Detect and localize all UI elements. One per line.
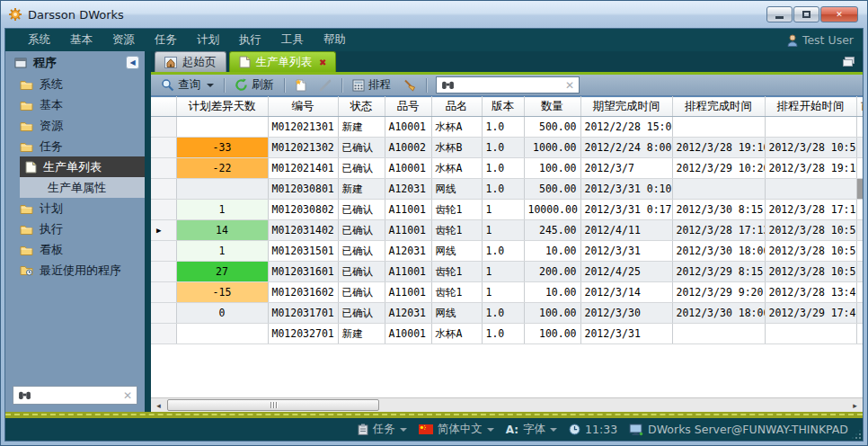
minimize-button[interactable] (766, 6, 793, 22)
cell-indicator[interactable] (151, 179, 176, 200)
cell-code[interactable]: M012030802 (268, 200, 338, 220)
cell-expected[interactable]: 2012/3/31 0:17 (580, 200, 672, 220)
cell-version[interactable]: 1.0 (482, 158, 524, 179)
new-button[interactable] (290, 76, 312, 94)
grid-header-part_no[interactable]: 品号 (385, 97, 431, 117)
sidebar-collapse-button[interactable]: ◀ (126, 56, 139, 69)
cell-extra[interactable]: # (856, 179, 863, 200)
grid-row-2[interactable]: -22M012021401已确认A10001水杯A1.0100.002012/3… (151, 158, 863, 179)
refresh-button[interactable]: 刷新 (230, 76, 279, 94)
cell-sched_finish[interactable] (672, 324, 765, 344)
cell-qty[interactable]: 10000.00 (524, 200, 580, 220)
grid-row-3[interactable]: M012030801新建A12031网线1.0500.002012/3/31 0… (151, 179, 863, 200)
cell-version[interactable]: 1.0 (482, 117, 524, 138)
cell-diff[interactable] (176, 324, 268, 344)
cell-part_name[interactable]: 水杯A (431, 324, 482, 344)
sidebar-item-5[interactable]: 生产单属性 (20, 177, 145, 198)
cell-expected[interactable]: 2012/3/31 (580, 324, 672, 344)
cell-expected[interactable]: 2012/2/28 15:00 (580, 117, 672, 138)
cell-version[interactable]: 1.0 (482, 241, 524, 262)
grid-row-7[interactable]: 27M012031601已确认A11001齿轮11200.002012/4/25… (151, 262, 863, 282)
cell-code[interactable]: M012031701 (268, 303, 338, 324)
sidebar-item-0[interactable]: 系统 (5, 74, 145, 94)
cell-diff[interactable]: -15 (176, 282, 268, 303)
schedule-button[interactable]: 排程 (348, 76, 395, 94)
cell-sched_finish[interactable]: 2012/3/28 19:10 (672, 138, 765, 158)
tab-1[interactable]: 生产单列表✖ (229, 51, 337, 72)
cell-qty[interactable]: 100.00 (524, 324, 580, 344)
grid-header-diff[interactable]: 计划差异天数 (176, 97, 268, 117)
cell-extra[interactable] (856, 282, 863, 303)
cell-code[interactable]: M012021401 (268, 158, 338, 179)
cell-part_name[interactable]: 齿轮1 (431, 200, 482, 220)
cell-expected[interactable]: 2012/3/7 (580, 158, 672, 179)
cell-sched_finish[interactable]: 2012/3/30 18:00 (672, 303, 765, 324)
cell-expected[interactable]: 2012/2/24 8:00 (580, 138, 672, 158)
query-button[interactable]: 查询 (156, 76, 218, 94)
scroll-right-icon[interactable]: ▸ (847, 398, 863, 412)
cell-extra[interactable] (856, 117, 863, 138)
cell-code[interactable]: M012030801 (268, 179, 338, 200)
cell-diff[interactable] (176, 179, 268, 200)
cell-expected[interactable]: 2012/3/14 (580, 282, 672, 303)
grid-header-version[interactable]: 版本 (482, 97, 524, 117)
grid-row-9[interactable]: 0M012031701已确认A12031网线1.0100.002012/3/30… (151, 303, 863, 324)
cell-status[interactable]: 已确认 (338, 303, 385, 324)
cell-status[interactable]: 已确认 (338, 241, 385, 262)
scroll-left-icon[interactable]: ◂ (151, 398, 166, 412)
cell-part_no[interactable]: A12031 (385, 303, 431, 324)
cell-part_name[interactable]: 网线 (431, 303, 482, 324)
window-list-icon[interactable] (842, 56, 855, 67)
sidebar-search-input[interactable] (35, 389, 120, 402)
menu-item-3[interactable]: 任务 (145, 29, 187, 51)
sidebar-item-9[interactable]: 最近使用的程序 (5, 260, 145, 281)
menu-item-5[interactable]: 执行 (229, 29, 271, 51)
cell-sched_start[interactable]: 2012/3/29 17:46 (765, 303, 856, 324)
cell-indicator[interactable] (151, 117, 176, 138)
cell-status[interactable]: 已确认 (338, 200, 385, 220)
cell-status[interactable]: 新建 (338, 117, 385, 138)
cell-indicator[interactable] (151, 303, 176, 324)
sidebar-divider[interactable] (145, 51, 151, 412)
cell-sched_start[interactable] (765, 179, 856, 200)
menu-item-2[interactable]: 资源 (102, 29, 145, 51)
tab-close-icon[interactable]: ✖ (319, 58, 326, 67)
cell-sched_finish[interactable] (672, 179, 765, 200)
maximize-button[interactable] (793, 6, 819, 22)
cell-status[interactable]: 已确认 (338, 262, 385, 282)
cell-part_no[interactable]: A10001 (385, 324, 431, 344)
cell-code[interactable]: M012021301 (268, 117, 338, 138)
cell-diff[interactable]: 27 (176, 262, 268, 282)
edit-button-disabled[interactable] (314, 77, 336, 94)
cell-part_name[interactable]: 网线 (431, 241, 482, 262)
grid-row-1[interactable]: -33M012021302已确认A10002水杯B1.01000.002012/… (151, 138, 863, 158)
grid-header-qty[interactable]: 数量 (524, 97, 580, 117)
cell-indicator[interactable] (151, 324, 176, 344)
cell-version[interactable]: 1.0 (482, 324, 524, 344)
cell-version[interactable]: 1.0 (482, 138, 524, 158)
grid-header-part_name[interactable]: 品名 (431, 97, 482, 117)
cell-sched_finish[interactable]: 2012/3/30 18:00 (672, 241, 765, 262)
cell-extra[interactable] (856, 200, 863, 220)
cell-sched_finish[interactable]: 2012/3/30 8:15 (672, 200, 765, 220)
cell-qty[interactable]: 100.00 (524, 158, 580, 179)
cell-sched_start[interactable]: 2012/3/28 10:52 (765, 138, 856, 158)
cell-extra[interactable] (856, 158, 863, 179)
cell-part_no[interactable]: A12031 (385, 241, 431, 262)
cell-status[interactable]: 已确认 (338, 138, 385, 158)
grid-row-4[interactable]: 1M012030802已确认A11001齿轮1110000.002012/3/3… (151, 200, 863, 220)
grid-header-extra[interactable]: 前 (856, 97, 863, 117)
cell-part_no[interactable]: A10002 (385, 138, 431, 158)
cell-part_no[interactable]: A11001 (385, 200, 431, 220)
menu-item-6[interactable]: 工具 (271, 29, 314, 51)
menu-item-1[interactable]: 基本 (60, 29, 102, 51)
cell-qty[interactable]: 10.00 (524, 282, 580, 303)
cell-part_name[interactable]: 齿轮1 (431, 262, 482, 282)
cell-extra[interactable] (856, 220, 863, 241)
sidebar-item-2[interactable]: 资源 (5, 115, 145, 136)
cell-qty[interactable]: 245.00 (524, 220, 580, 241)
scrollbar-thumb[interactable] (167, 399, 379, 411)
cell-status[interactable]: 新建 (338, 324, 385, 344)
grid-row-0[interactable]: M012021301新建A10001水杯A1.0500.002012/2/28 … (151, 117, 863, 138)
tab-0[interactable]: 起始页 (155, 51, 226, 72)
